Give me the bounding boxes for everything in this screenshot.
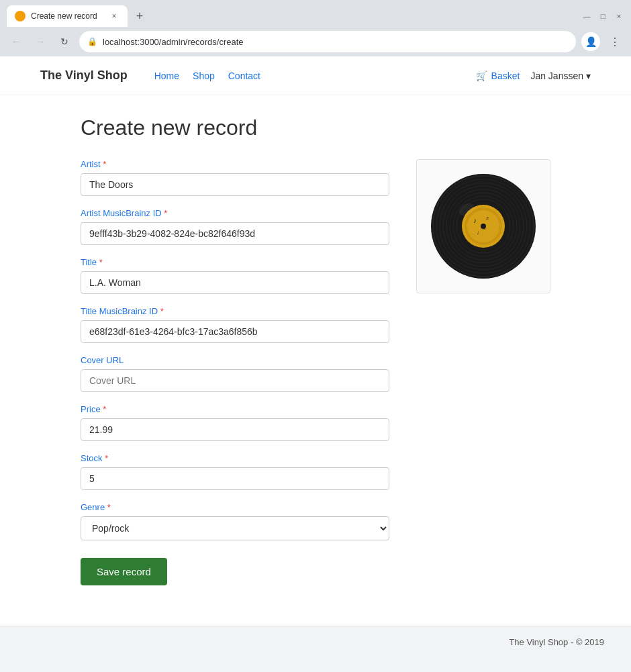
stock-input[interactable] <box>81 467 389 490</box>
cover-url-label: Cover URL <box>81 355 389 365</box>
svg-text:♪: ♪ <box>473 217 477 224</box>
user-name: Jan Janssen <box>530 70 583 81</box>
tab-favicon <box>15 11 26 21</box>
title-mbid-input[interactable] <box>81 320 389 343</box>
genre-required: * <box>107 502 111 512</box>
price-group: Price * <box>81 404 389 441</box>
genre-select[interactable]: Pop/rock Rock Jazz Classical Electronic … <box>81 516 389 540</box>
browser-window: Create new record × + — □ × ← → ↻ 🔒 loca… <box>0 0 631 658</box>
page-wrapper: The Vinyl Shop Home Shop Contact 🛒 Baske… <box>0 56 631 658</box>
artist-required: * <box>103 159 106 169</box>
cover-url-input[interactable] <box>81 369 389 392</box>
artist-label: Artist * <box>81 159 389 169</box>
genre-label: Genre * <box>81 502 389 512</box>
footer-text: The Vinyl Shop - © 2019 <box>509 637 604 647</box>
url-text: localhost:3000/admin/records/create <box>103 37 244 47</box>
price-label: Price * <box>81 404 389 414</box>
artist-group: Artist * <box>81 159 389 196</box>
address-bar[interactable]: 🔒 localhost:3000/admin/records/create <box>79 31 576 52</box>
title-mbid-group: Title MusicBrainz ID * <box>81 306 389 343</box>
refresh-button[interactable]: ↻ <box>55 32 74 51</box>
stock-required: * <box>105 453 108 463</box>
cover-url-group: Cover URL <box>81 355 389 392</box>
forward-button[interactable]: → <box>31 32 50 51</box>
title-mbid-required: * <box>160 306 164 316</box>
vinyl-preview-box: ♪ ♫ ♩ ♬ <box>416 159 550 293</box>
close-window-button[interactable]: × <box>614 11 624 21</box>
basket-icon: 🛒 <box>476 70 487 81</box>
title-input[interactable] <box>81 271 389 294</box>
artist-mbid-input[interactable] <box>81 222 389 245</box>
title-group: Title * <box>81 257 389 294</box>
minimize-button[interactable]: — <box>581 11 592 21</box>
title-label: Title * <box>81 257 389 267</box>
genre-group: Genre * Pop/rock Rock Jazz Classical Ele… <box>81 502 389 540</box>
vinyl-record-image: ♪ ♫ ♩ ♬ <box>430 173 537 280</box>
form-layout: Artist * Artist MusicBrainz ID * <box>81 159 550 585</box>
nav-links: Home Shop Contact <box>154 70 260 81</box>
nav-shop[interactable]: Shop <box>193 70 215 81</box>
main-content: Create new record Artist * Arti <box>0 95 631 626</box>
artist-mbid-required: * <box>164 208 167 218</box>
svg-text:♬: ♬ <box>485 215 489 221</box>
tab-close-button[interactable]: × <box>109 11 119 21</box>
browser-menu-button[interactable]: ⋮ <box>605 32 624 51</box>
address-bar-row: ← → ↻ 🔒 localhost:3000/admin/records/cre… <box>0 27 631 56</box>
basket-label: Basket <box>491 70 520 81</box>
nav-home[interactable]: Home <box>154 70 179 81</box>
maximize-button[interactable]: □ <box>597 11 608 21</box>
title-required: * <box>99 257 103 267</box>
title-mbid-label: Title MusicBrainz ID * <box>81 306 389 316</box>
artist-mbid-group: Artist MusicBrainz ID * <box>81 208 389 245</box>
profile-button[interactable]: 👤 <box>581 32 600 51</box>
window-controls: — □ × <box>581 11 624 21</box>
price-input[interactable] <box>81 418 389 441</box>
form-fields: Artist * Artist MusicBrainz ID * <box>81 159 389 585</box>
save-record-button[interactable]: Save record <box>81 558 167 585</box>
nav-right: 🛒 Basket Jan Janssen ▾ <box>476 70 591 81</box>
price-required: * <box>103 404 106 414</box>
site-logo[interactable]: The Vinyl Shop <box>40 68 128 83</box>
page-title: Create new record <box>81 115 550 140</box>
stock-label: Stock * <box>81 453 389 463</box>
nav-contact[interactable]: Contact <box>228 70 260 81</box>
stock-group: Stock * <box>81 453 389 490</box>
dropdown-icon: ▾ <box>586 70 591 81</box>
user-menu[interactable]: Jan Janssen ▾ <box>530 70 591 81</box>
site-nav: The Vinyl Shop Home Shop Contact 🛒 Baske… <box>0 56 631 95</box>
svg-point-16 <box>481 224 486 229</box>
site-footer: The Vinyl Shop - © 2019 <box>0 626 631 658</box>
title-bar: Create new record × + — □ × <box>0 0 631 27</box>
artist-mbid-label: Artist MusicBrainz ID * <box>81 208 389 218</box>
basket-link[interactable]: 🛒 Basket <box>476 70 520 81</box>
browser-tab[interactable]: Create new record × <box>7 5 128 27</box>
artist-input[interactable] <box>81 173 389 196</box>
lock-icon: 🔒 <box>87 37 97 46</box>
new-tab-button[interactable]: + <box>130 7 149 26</box>
tab-title: Create new record <box>31 11 103 21</box>
svg-text:♩: ♩ <box>477 230 479 236</box>
back-button[interactable]: ← <box>7 32 26 51</box>
